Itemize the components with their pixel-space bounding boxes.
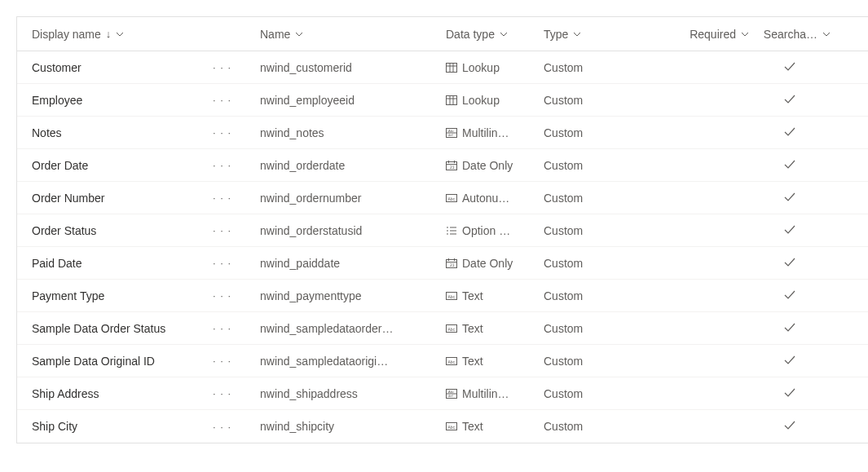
cell-name: nwind_orderdate <box>260 159 446 172</box>
check-icon <box>783 224 796 237</box>
cell-display-name[interactable]: Sample Data Order Status <box>32 322 213 335</box>
more-options-icon[interactable]: · · · <box>213 289 231 302</box>
table-row[interactable]: Customer· · ·nwind_customeridLookupCusto… <box>17 51 868 84</box>
cell-name: nwind_sampledataorigi… <box>260 355 446 368</box>
cell-type: Custom <box>544 257 651 270</box>
display-name-text: Employee <box>32 94 82 107</box>
name-text: nwind_paiddate <box>260 257 340 270</box>
more-options-icon[interactable]: · · · <box>213 257 231 269</box>
table-row[interactable]: Ship Address· · ·nwind_shipaddressMultil… <box>17 377 868 410</box>
table-row[interactable]: Sample Data Order Status· · ·nwind_sampl… <box>17 312 868 345</box>
sort-descending-icon: ↓ <box>106 28 112 40</box>
cell-display-name[interactable]: Notes <box>32 126 213 139</box>
table-row[interactable]: Payment Type· · ·nwind_paymenttypeTextCu… <box>17 280 868 312</box>
header-data-type[interactable]: Data type <box>446 28 544 41</box>
more-options-icon[interactable]: · · · <box>213 421 231 433</box>
table-row[interactable]: Ship City· · ·nwind_shipcityTextCustom <box>17 410 868 443</box>
cell-name: nwind_orderstatusid <box>260 224 446 237</box>
cell-display-name[interactable]: Employee <box>32 94 213 107</box>
lookup-icon <box>446 63 457 73</box>
cell-display-name[interactable]: Order Date <box>32 159 213 172</box>
table-body: Customer· · ·nwind_customeridLookupCusto… <box>17 51 868 443</box>
type-text: Custom <box>544 61 583 74</box>
name-text: nwind_customerid <box>260 61 352 74</box>
type-text: Custom <box>544 126 583 139</box>
check-icon <box>783 387 796 400</box>
table-row[interactable]: Paid Date· · ·nwind_paiddateDate OnlyCus… <box>17 247 868 280</box>
name-text: nwind_shipaddress <box>260 387 358 400</box>
check-icon <box>783 355 796 368</box>
type-text: Custom <box>544 159 583 172</box>
header-type[interactable]: Type <box>544 28 651 41</box>
data-type-text: Multilin… <box>462 126 509 139</box>
cell-searchable <box>749 289 831 302</box>
cell-searchable <box>749 192 831 205</box>
table-row[interactable]: Order Date· · ·nwind_orderdateDate OnlyC… <box>17 149 868 182</box>
cell-more: · · · <box>213 224 260 236</box>
more-options-icon[interactable]: · · · <box>213 355 231 367</box>
cell-display-name[interactable]: Order Status <box>32 224 213 237</box>
header-required[interactable]: Required <box>651 28 749 41</box>
table-row[interactable]: Notes· · ·nwind_notesMultilin…Custom <box>17 117 868 149</box>
header-label: Required <box>690 28 736 41</box>
cell-searchable <box>749 420 831 433</box>
cell-display-name[interactable]: Sample Data Original ID <box>32 355 213 368</box>
cell-searchable <box>749 126 831 139</box>
table-row[interactable]: Employee· · ·nwind_employeeidLookupCusto… <box>17 84 868 117</box>
cell-display-name[interactable]: Paid Date <box>32 257 213 270</box>
name-text: nwind_notes <box>260 126 324 139</box>
more-options-icon[interactable]: · · · <box>213 94 231 106</box>
cell-more: · · · <box>213 355 260 367</box>
check-icon <box>783 159 796 172</box>
display-name-text: Notes <box>32 126 62 139</box>
type-text: Custom <box>544 355 583 368</box>
cell-data-type: Date Only <box>446 159 544 172</box>
name-text: nwind_orderdate <box>260 159 345 172</box>
display-name-text: Paid Date <box>32 257 82 270</box>
more-options-icon[interactable]: · · · <box>213 126 231 139</box>
cell-more: · · · <box>213 192 260 204</box>
header-label: Display name <box>32 28 101 41</box>
table-row[interactable]: Order Status· · ·nwind_orderstatusidOpti… <box>17 214 868 247</box>
cell-name: nwind_customerid <box>260 61 446 74</box>
name-text: nwind_shipcity <box>260 420 334 433</box>
table-row[interactable]: Order Number· · ·nwind_ordernumberAutonu… <box>17 182 868 214</box>
text-icon <box>446 324 457 333</box>
name-text: nwind_sampledataorder… <box>260 322 393 335</box>
cell-searchable <box>749 355 831 368</box>
more-options-icon[interactable]: · · · <box>213 192 231 204</box>
cell-type: Custom <box>544 322 651 335</box>
cell-data-type: Text <box>446 289 544 302</box>
cell-display-name[interactable]: Order Number <box>32 192 213 205</box>
cell-display-name[interactable]: Ship City <box>32 420 213 433</box>
cell-name: nwind_paymenttype <box>260 289 446 302</box>
type-text: Custom <box>544 192 583 205</box>
data-type-text: Option … <box>462 224 510 237</box>
more-options-icon[interactable]: · · · <box>213 159 231 171</box>
table-row[interactable]: Sample Data Original ID· · ·nwind_sample… <box>17 345 868 377</box>
more-options-icon[interactable]: · · · <box>213 387 231 399</box>
header-searchable[interactable]: Searcha… <box>749 28 831 41</box>
name-text: nwind_ordernumber <box>260 192 362 205</box>
cell-more: · · · <box>213 289 260 302</box>
cell-type: Custom <box>544 61 651 74</box>
table-header-row: Display name ↓ Name Data type Type Requi… <box>17 17 868 51</box>
more-options-icon[interactable]: · · · <box>213 61 231 73</box>
cell-more: · · · <box>213 322 260 334</box>
more-options-icon[interactable]: · · · <box>213 322 231 334</box>
data-type-text: Multilin… <box>462 387 509 400</box>
cell-display-name[interactable]: Ship Address <box>32 387 213 400</box>
more-options-icon[interactable]: · · · <box>213 224 231 236</box>
cell-name: nwind_shipaddress <box>260 387 446 400</box>
chevron-down-icon <box>116 29 124 38</box>
cell-display-name[interactable]: Customer <box>32 61 213 74</box>
cell-display-name[interactable]: Payment Type <box>32 289 213 302</box>
cell-name: nwind_shipcity <box>260 420 446 433</box>
header-display-name[interactable]: Display name ↓ <box>32 28 213 41</box>
cell-type: Custom <box>544 159 651 172</box>
header-label: Name <box>260 28 290 41</box>
check-icon <box>783 94 796 107</box>
check-icon <box>783 126 796 139</box>
header-name[interactable]: Name <box>260 28 446 41</box>
cell-data-type: Text <box>446 322 544 335</box>
